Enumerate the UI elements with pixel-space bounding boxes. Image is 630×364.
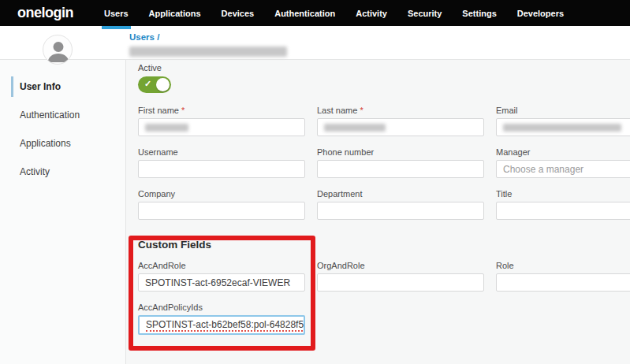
- check-icon: ✓: [144, 79, 151, 89]
- role-input[interactable]: [496, 273, 630, 292]
- nav-item-devices[interactable]: Devices: [211, 0, 265, 26]
- nav-item-settings[interactable]: Settings: [452, 0, 506, 26]
- redacted-value: [503, 124, 621, 132]
- onelogin-user-profile-page: onelogin Users Applications Devices Auth…: [0, 0, 630, 364]
- manager-label: Manager: [496, 147, 630, 158]
- last-name-input[interactable]: [317, 118, 484, 136]
- manager-field: Manager Choose a manager: [496, 147, 630, 178]
- org-and-role-label: OrgAndRole: [317, 260, 484, 271]
- title-input[interactable]: [496, 202, 630, 220]
- onelogin-logo: onelogin: [17, 0, 73, 26]
- org-and-role-input[interactable]: [317, 273, 484, 292]
- required-asterisk: *: [181, 106, 185, 115]
- acc-and-policy-ids-field: AccAndPolicyIds SPOTINST-act-b62bef58:po…: [138, 302, 305, 335]
- redacted-username: [129, 46, 287, 57]
- username-input[interactable]: [138, 160, 305, 178]
- sidebar-item-user-info[interactable]: User Info: [11, 76, 125, 97]
- sidebar-item-activity[interactable]: Activity: [13, 162, 125, 182]
- content-area: User Info Authentication Applications Ac…: [0, 59, 630, 364]
- active-toggle[interactable]: ✓: [138, 76, 171, 93]
- nav-item-activity[interactable]: Activity: [345, 0, 397, 26]
- phone-number-field: Phone number: [317, 147, 484, 178]
- department-input[interactable]: [317, 202, 484, 220]
- email-label: Email: [496, 105, 630, 116]
- form-row-username-phone-manager: Username Phone number Manager Choose a m…: [138, 147, 630, 178]
- title-field: Title: [496, 188, 630, 220]
- last-name-label: Last name*: [317, 105, 484, 116]
- company-input[interactable]: [138, 202, 305, 220]
- acc-and-role-field: AccAndRole SPOTINST-act-6952ecaf-VIEWER: [138, 260, 305, 292]
- top-nav-items: Users Applications Devices Authenticatio…: [94, 0, 574, 26]
- acc-and-role-input[interactable]: SPOTINST-act-6952ecaf-VIEWER: [138, 273, 305, 292]
- active-toggle-block: Active ✓: [138, 62, 630, 93]
- department-label: Department: [317, 188, 484, 199]
- department-field: Department: [317, 188, 484, 220]
- title-label: Title: [496, 188, 630, 199]
- active-label: Active: [138, 62, 630, 73]
- company-label: Company: [138, 188, 305, 199]
- org-and-role-field: OrgAndRole: [317, 260, 484, 292]
- sidebar: User Info Authentication Applications Ac…: [0, 60, 126, 364]
- email-input[interactable]: [496, 118, 630, 136]
- custom-fields-row-2: AccAndPolicyIds SPOTINST-act-b62bef58:po…: [138, 302, 630, 335]
- user-avatar-icon: [43, 35, 73, 65]
- acc-and-policy-ids-label: AccAndPolicyIds: [138, 302, 305, 313]
- acc-and-policy-ids-input[interactable]: SPOTINST-act-b62bef58:pol-64828f58: [138, 315, 305, 335]
- nav-item-authentication[interactable]: Authentication: [264, 0, 345, 26]
- custom-fields-heading: Custom Fields: [138, 239, 630, 251]
- acc-and-role-label: AccAndRole: [138, 260, 305, 271]
- toggle-knob: [156, 78, 170, 91]
- phone-number-label: Phone number: [317, 147, 484, 158]
- form-row-name-email: First name* Last name* Email: [138, 105, 630, 136]
- email-field: Email: [496, 105, 630, 136]
- last-name-field: Last name*: [317, 105, 484, 136]
- username-field: Username: [138, 147, 305, 178]
- redacted-value: [324, 124, 386, 132]
- first-name-field: First name*: [138, 105, 305, 136]
- user-info-form: Active ✓ First name* Last name* Email: [126, 60, 630, 364]
- manager-select[interactable]: Choose a manager: [496, 160, 630, 178]
- username-label: Username: [138, 147, 305, 158]
- role-field: Role: [496, 260, 630, 292]
- sidebar-item-applications[interactable]: Applications: [13, 133, 125, 154]
- custom-fields-row-1: AccAndRole SPOTINST-act-6952ecaf-VIEWER …: [138, 260, 630, 292]
- nav-item-security[interactable]: Security: [397, 0, 452, 26]
- page-header: [0, 26, 630, 59]
- nav-item-applications[interactable]: Applications: [139, 0, 211, 26]
- breadcrumb-users-link[interactable]: Users /: [129, 32, 159, 42]
- redacted-value: [145, 124, 188, 132]
- required-asterisk: *: [360, 106, 363, 115]
- sidebar-item-authentication[interactable]: Authentication: [13, 105, 125, 125]
- nav-item-users[interactable]: Users: [94, 0, 139, 26]
- role-label: Role: [496, 260, 630, 271]
- first-name-input[interactable]: [138, 118, 305, 136]
- top-nav-bar: onelogin Users Applications Devices Auth…: [0, 0, 630, 26]
- first-name-label: First name*: [138, 105, 305, 116]
- nav-item-developers[interactable]: Developers: [507, 0, 574, 26]
- phone-number-input[interactable]: [317, 160, 484, 178]
- breadcrumb: Users /: [129, 29, 287, 57]
- company-field: Company: [138, 188, 305, 220]
- manager-placeholder: Choose a manager: [503, 164, 583, 175]
- form-row-company-department-title: Company Department Title: [138, 188, 630, 220]
